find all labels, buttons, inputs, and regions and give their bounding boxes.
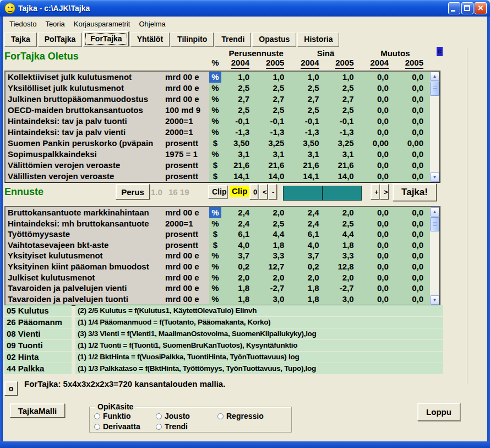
row-value: 3,0 [326, 294, 361, 305]
list-item[interactable]: 05 Kulutus(2) 2/5 Kulutus = f(Kulutus1, … [4, 305, 443, 316]
radio-trendi[interactable]: Trendi [156, 422, 217, 431]
menu-item-teoria[interactable]: Teoria [41, 19, 69, 29]
table-row[interactable]: Hintaindeksi: mh bruttokansantuote2000=1… [6, 218, 430, 229]
progress-segment-right [323, 186, 362, 200]
radio-row-1: FunktioJoustoRegressio [94, 412, 264, 420]
tab-opastus[interactable]: Opastus [252, 33, 296, 47]
menu-item-tiedosto[interactable]: Tiedosto [5, 19, 41, 29]
radio-jousto[interactable]: Jousto [156, 412, 217, 420]
table-row[interactable]: Hintaindeksi: tav ja palv vienti2000=1%-… [6, 127, 430, 138]
tajkamalli-button[interactable]: TajkaMalli [10, 403, 65, 418]
progress-panel [283, 186, 362, 201]
table-row[interactable]: Julkiset kulutusmenotmrd 00 e%2,02,02,02… [6, 272, 430, 283]
table-row[interactable]: Työttömyysasteprosentt$6,14,46,14,40,00,… [6, 229, 430, 240]
window-title: Tajka - c:\AJK\Tajka [18, 4, 448, 13]
tab-historia[interactable]: Historia [297, 33, 339, 47]
list-item[interactable]: 09 Tuonti(1) 1/2 Tuonti = f(Tuonti1, Suo… [4, 340, 443, 351]
plus-button[interactable]: + [371, 184, 379, 199]
oletus-scrollbar[interactable]: ▲ ▼ [430, 72, 439, 182]
scroll-down-icon[interactable]: ▼ [430, 172, 439, 182]
list-item[interactable]: 02 Hinta(1) 1/2 BktHinta = f(VuosiPalkka… [4, 352, 443, 363]
column-group-headers: PerusennusteSinäMuutos [221, 48, 430, 58]
clip-button[interactable]: Clip [208, 185, 227, 198]
prev-button[interactable]: < [259, 184, 268, 199]
table-row[interactable]: Bruttokansantuote markkinahintaanmrd 00 … [6, 207, 430, 218]
next-button[interactable]: > [380, 184, 389, 199]
list-item[interactable]: 26 Pääomanm(1) 1/4 Pääomanmuod = f(Tuota… [4, 317, 443, 328]
list-item[interactable]: 08 Vienti(3) 3/3 Vienti = f(Vienti1, Maa… [4, 328, 443, 339]
table-row[interactable]: Hintaindeksi: tav ja palv tuonti2000=1%-… [6, 116, 430, 127]
table-row[interactable]: Julkinen bruttopääomanmuodostusmrd 00 e%… [6, 94, 430, 105]
row-value: 3,1 [221, 149, 256, 160]
row-label: Yksityinen kiint pääoman bmuodost [6, 261, 165, 272]
minimize-button[interactable] [448, 2, 460, 14]
row-value: 0,0 [395, 149, 430, 160]
o-button[interactable]: o [4, 381, 18, 396]
ennuste-scrollbar[interactable]: ▲ ▼ [430, 207, 439, 305]
table-row[interactable]: Vaihtotasevajeen bkt-asteprosentt$4,01,8… [6, 240, 430, 251]
row-value: 0,0 [395, 160, 430, 171]
tabbar: TajkaPolTajkaForTajkaYhtälötTilinpitoTre… [4, 31, 340, 47]
radio-regressio[interactable]: Regressio [217, 412, 264, 420]
tab-yhtälöt[interactable]: Yhtälöt [130, 33, 170, 47]
radio-funktio[interactable]: Funktio [94, 412, 156, 420]
app-icon [4, 3, 15, 14]
row-symbol: % [209, 127, 221, 138]
radio-row-2: DerivaattaTrendi [94, 422, 217, 431]
row-value: 0,0 [395, 240, 430, 251]
table-row[interactable]: Yksilölliset julk kulutusmenotmrd 00 e%2… [6, 83, 430, 94]
row-value: -2,7 [256, 283, 291, 294]
table-row[interactable]: Tavaroiden ja palvelujen tuontimrd 00 e%… [6, 294, 430, 305]
tab-poltajka[interactable]: PolTajka [38, 33, 83, 47]
row-value: 0,0 [395, 294, 430, 305]
list-item[interactable]: 44 Palkka(1) 1/3 Palkkataso = f(BktHinta… [4, 363, 443, 374]
window-border-bottom [0, 441, 490, 448]
tab-tilinpito[interactable]: Tilinpito [171, 33, 214, 47]
minus-button[interactable]: - [268, 184, 277, 199]
scroll-up-icon[interactable]: ▲ [430, 207, 439, 217]
maximize-button[interactable] [461, 2, 473, 14]
scroll-up-icon[interactable]: ▲ [430, 72, 439, 81]
radio-icon [156, 424, 162, 430]
row-unit: prosentt [165, 240, 209, 251]
scrollbar-thumb[interactable] [430, 82, 439, 96]
table-row[interactable]: Tavaroiden ja palvelujen vientimrd 00 e%… [6, 283, 430, 294]
tab-trendi[interactable]: Trendi [215, 33, 251, 47]
oletus-rows: Kollektiiviset julk kulutusmenotmrd 00 e… [6, 72, 430, 182]
row-value: 2,5 [221, 83, 256, 94]
menu-item-korjausparametrit[interactable]: Korjausparametrit [69, 19, 135, 29]
row-value: 0,0 [395, 261, 430, 272]
tab-fortajka[interactable]: ForTajka [83, 31, 129, 47]
row-value: 2,5 [291, 83, 325, 94]
radio-label: Regressio [226, 412, 264, 420]
table-row[interactable]: Yksityiset kulutusmenotmrd 00 e%3,73,33,… [6, 250, 430, 261]
table-row[interactable]: Sopimuspalkkaindeksi1975 = 1%3,13,13,13,… [6, 149, 430, 160]
year-header-1: 2005 [256, 58, 291, 69]
zero-button[interactable]: 0 [249, 184, 258, 199]
row-value: 14,1 [221, 171, 256, 182]
year-header-0: 2004 [221, 58, 256, 69]
loppu-button[interactable]: Loppu [417, 403, 460, 421]
row-value: 0,0 [361, 83, 395, 94]
row-value: 1,8 [326, 240, 361, 251]
row-symbol: % [209, 283, 221, 294]
menu-item-ohjelma[interactable]: Ohjelma [134, 19, 170, 29]
table-row[interactable]: Välittömien verojen veroasteprosentt$21,… [6, 160, 430, 171]
row-value: 0,0 [395, 272, 430, 283]
radio-derivaatta[interactable]: Derivaatta [94, 422, 156, 431]
row-value: 6,1 [221, 229, 256, 240]
perus-button[interactable]: Perus [116, 184, 150, 199]
scrollbar-thumb[interactable] [430, 217, 439, 231]
row-unit: mrd 00 e [165, 294, 209, 305]
row-value: 21,6 [326, 160, 361, 171]
table-row[interactable]: OECD-maiden bruttokansantuotos100 md 9%2… [6, 105, 430, 116]
tajka-run-button[interactable]: Tajka! [393, 183, 437, 201]
table-row[interactable]: Välillisten verojen veroasteprosentt$14,… [6, 171, 430, 182]
table-row[interactable]: Suomen Pankin peruskorko (pväpainprosent… [6, 138, 430, 149]
row-unit: 1975 = 1 [165, 149, 209, 160]
scroll-down-icon[interactable]: ▼ [430, 295, 439, 305]
table-row[interactable]: Yksityinen kiint pääoman bmuodostmrd 00 … [6, 261, 430, 272]
table-row[interactable]: Kollektiiviset julk kulutusmenotmrd 00 e… [6, 72, 430, 83]
tab-tajka[interactable]: Tajka [4, 33, 37, 47]
close-button[interactable]: ✕ [475, 2, 487, 14]
